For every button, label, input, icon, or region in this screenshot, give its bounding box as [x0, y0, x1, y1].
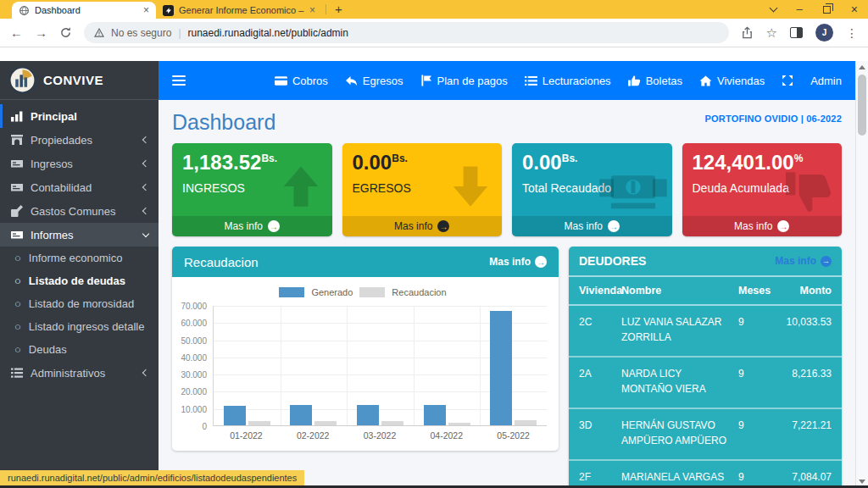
sidebar-item-contabilidad[interactable]: Contabilidad — [0, 175, 159, 199]
bar-recaudacion-03-2022 — [381, 421, 403, 425]
nav-item-viviendas[interactable]: Viviendas — [699, 75, 765, 87]
deudores-header: DEUDORES Mas info→ — [569, 247, 842, 275]
cell-monto: 7,084.07 — [772, 460, 842, 488]
brand[interactable]: CONVIVE — [0, 61, 159, 100]
new-tab-button[interactable]: + — [330, 2, 348, 18]
minimize-button[interactable]: – — [797, 5, 803, 14]
browser-menu-icon[interactable]: ⋮ — [846, 27, 858, 39]
chrome-profile-chevron-icon[interactable] — [769, 4, 777, 13]
sidebar-item-label: Administrativos — [31, 367, 136, 380]
tab-generar-informe[interactable]: Generar Informe Economico – W × — [156, 2, 322, 19]
restore-button[interactable] — [823, 6, 831, 14]
url-text[interactable]: runaedi.runadigital.net/public/admin — [188, 27, 348, 39]
reply-arrow-icon — [345, 75, 358, 86]
browser-tab-bar: Dashboard × Generar Informe Economico – … — [0, 0, 868, 19]
nav-item-cobros[interactable]: Cobros — [275, 75, 328, 87]
more-info-link[interactable]: Mas info→ — [342, 216, 503, 236]
reload-button[interactable] — [59, 26, 72, 39]
not-secure-warning-icon — [94, 28, 104, 37]
hamburger-menu-icon[interactable] — [172, 75, 186, 86]
chevron-left-icon — [142, 208, 149, 214]
chart-area: 70.00060.00050.00040.00030.00020.00010.0… — [179, 306, 547, 426]
chart-body: GeneradoRecaudacion 70.00060.00050.00040… — [172, 277, 559, 451]
more-info-link[interactable]: Mas info→ — [682, 216, 843, 236]
table-row: 3D HERNÁN GUSTAVO AMPÜERO AMPÜERO 9 7,22… — [569, 408, 842, 460]
share-icon[interactable] — [741, 26, 754, 39]
profile-avatar[interactable]: J — [815, 24, 833, 42]
column-header: Nombre — [616, 276, 733, 305]
submenu-label: Listado de deudas — [29, 274, 125, 287]
tab-dashboard[interactable]: Dashboard × — [12, 2, 156, 19]
tab-close-icon[interactable]: × — [309, 4, 315, 16]
card-deuda-acumulada: 124,401.00% Deuda Acumulada Mas info→ — [682, 143, 843, 236]
nav-item-boletas[interactable]: Boletas — [628, 75, 682, 87]
sidebar: CONVIVE Principal Propiedades Ingresos — [0, 61, 159, 488]
circle-icon: ○ — [14, 252, 21, 263]
bar-generado-05-2022 — [490, 311, 512, 425]
content-header: Dashboard PORTOFINO OVIDIO | 06-2022 — [172, 110, 842, 135]
submenu-item-informe-economico[interactable]: ○Informe economico — [0, 247, 159, 269]
sidebar-item-informes[interactable]: Informes — [0, 223, 159, 247]
list-items-icon — [525, 75, 537, 86]
scrollbar-thumb[interactable] — [858, 75, 866, 136]
nav-item-egresos[interactable]: Egresos — [345, 75, 403, 87]
cell-vivienda: 2A — [569, 357, 616, 408]
cell-meses: 9 — [733, 357, 772, 408]
cell-meses: 9 — [733, 408, 772, 460]
url-bar[interactable]: No es seguro | runaedi.runadigital.net/p… — [84, 22, 729, 43]
tab-separator — [326, 4, 326, 14]
bar-group-01-2022 — [214, 306, 281, 425]
bar-recaudacion-05-2022 — [515, 420, 537, 425]
submenu-item-listado-de-morosidad[interactable]: ○Listado de morosidad — [0, 292, 159, 315]
chevron-left-icon — [142, 160, 149, 167]
nav-item-plan-de-pagos[interactable]: Plan de pagos — [420, 75, 508, 87]
sidebar-item-ingresos[interactable]: Ingresos — [0, 152, 159, 175]
flag-icon — [420, 75, 432, 86]
forward-button[interactable]: → — [35, 26, 47, 39]
arrow-circle-icon: → — [608, 220, 620, 232]
chart-ylabels: 70.00060.00050.00040.00030.00020.00010.0… — [179, 306, 213, 426]
bookmark-star-icon[interactable]: ☆ — [766, 26, 777, 39]
money-check-icon — [10, 180, 24, 194]
more-info-link[interactable]: Mas info→ — [512, 216, 672, 236]
more-info-link[interactable]: Mas info→ — [172, 216, 332, 236]
arrow-down-icon — [448, 164, 493, 209]
sidebar-item-label: Propiedades — [31, 134, 136, 147]
card-value: 0.00Bs. — [512, 143, 672, 174]
x-axis-tick: 05-2022 — [480, 430, 547, 441]
scroll-up-arrow-icon[interactable] — [859, 65, 865, 69]
tab-close-icon[interactable]: × — [143, 4, 149, 16]
fullscreen-button[interactable] — [782, 75, 793, 86]
more-info-link[interactable]: Mas info→ — [489, 256, 547, 268]
nav-label: Lecturaciones — [542, 75, 611, 87]
submenu-label: Deudas — [29, 343, 67, 356]
brand-name: CONVIVE — [43, 73, 103, 87]
sidebar-menu: Principal Propiedades Ingresos Contabili… — [0, 100, 159, 385]
nav-item-admin[interactable]: Admin — [810, 75, 842, 87]
submenu-label: Listado de morosidad — [29, 297, 134, 310]
submenu-item-listado-ingresos-detalle[interactable]: ○Listado ingresos detalle — [0, 315, 159, 338]
column-header: Vivienda — [569, 276, 616, 305]
tab-title: Dashboard — [35, 5, 138, 15]
y-axis-tick: 40.000 — [181, 352, 207, 362]
column-header: Monto — [772, 276, 842, 305]
nav-item-lecturaciones[interactable]: Lecturaciones — [525, 75, 611, 87]
page-scrollbar[interactable] — [855, 61, 868, 488]
side-panel-icon[interactable] — [790, 27, 803, 38]
scroll-down-arrow-icon[interactable] — [859, 480, 865, 484]
convive-logo-icon — [8, 66, 36, 94]
card-total-recaudado: 0.00Bs. Total Recaudado Mas info→ — [512, 143, 672, 236]
y-axis-tick: 70.000 — [181, 302, 207, 311]
submenu-item-listado-de-deudas[interactable]: ○Listado de deudas — [0, 269, 159, 292]
sidebar-item-principal[interactable]: Principal — [0, 104, 159, 128]
close-window-button[interactable]: × — [851, 4, 858, 14]
submenu-item-deudas[interactable]: ○Deudas — [0, 338, 159, 361]
cell-vivienda: 2F — [569, 460, 616, 488]
sidebar-item-administrativos[interactable]: Administrativos — [0, 361, 159, 385]
more-info-link[interactable]: Mas info→ — [775, 255, 832, 267]
stat-cards: 1,183.52Bs. INGRESOS Mas info→ 0.00Bs. E… — [172, 143, 842, 236]
sidebar-item-gastos-comunes[interactable]: Gastos Comunes — [0, 199, 159, 223]
back-button[interactable]: ← — [10, 26, 23, 39]
security-label[interactable]: No es seguro — [111, 27, 171, 39]
sidebar-item-propiedades[interactable]: Propiedades — [0, 128, 159, 152]
